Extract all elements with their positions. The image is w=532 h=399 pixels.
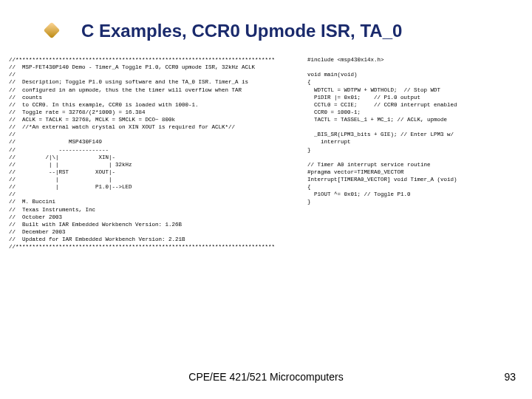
footer-page-number: 93	[504, 371, 516, 383]
left-code-block: //**************************************…	[9, 56, 304, 250]
code-content: //**************************************…	[9, 56, 523, 250]
footer-course: CPE/EE 421/521 Microcomputers	[0, 371, 532, 383]
title-bullet-icon	[44, 22, 61, 39]
right-code-block: #include <msp430x14x.h> void main(void) …	[307, 56, 523, 250]
slide-title: C Examples, CCR0 Upmode ISR, TA_0	[81, 21, 402, 41]
